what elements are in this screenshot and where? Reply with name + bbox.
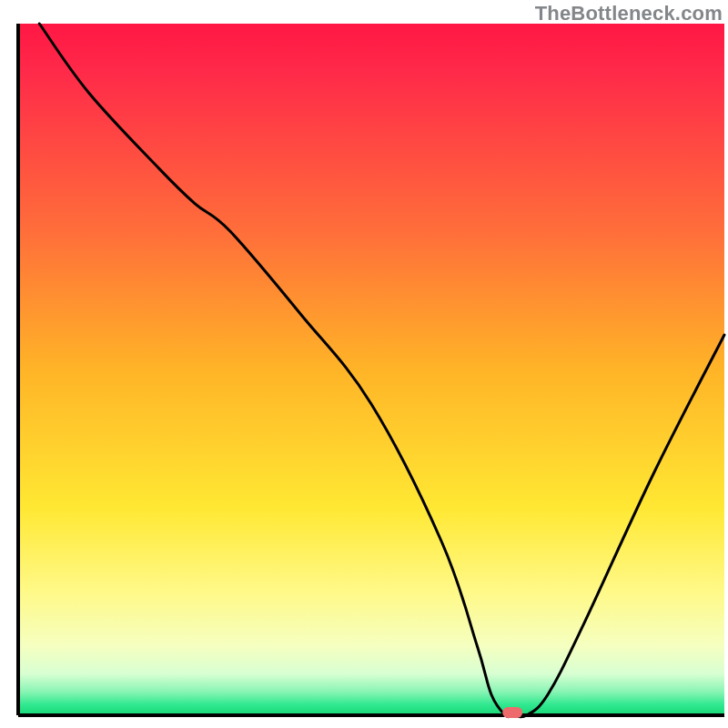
- bottleneck-chart: TheBottleneck.com: [0, 0, 728, 728]
- chart-canvas: [0, 0, 728, 728]
- optimum-marker: [502, 707, 522, 718]
- plot-area: [18, 24, 724, 718]
- watermark-label: TheBottleneck.com: [535, 2, 723, 25]
- gradient-background: [18, 24, 724, 715]
